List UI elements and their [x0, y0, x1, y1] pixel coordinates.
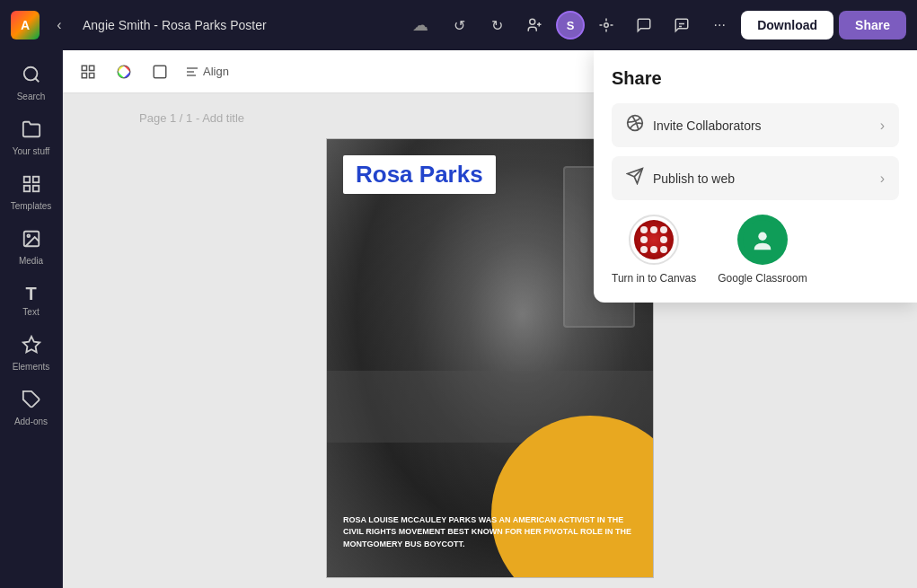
- frame-button[interactable]: [145, 57, 174, 86]
- topbar: A ‹ Angie Smith - Rosa Parks Poster ☁ ↺ …: [0, 0, 917, 50]
- svg-point-32: [758, 233, 766, 241]
- sidebar-addons-label: Add-ons: [14, 417, 48, 426]
- sidebar-search-label: Search: [17, 92, 46, 101]
- svg-line-11: [35, 78, 39, 82]
- sidebar-elements-label: Elements: [13, 362, 50, 372]
- add-title-text[interactable]: - Add title: [196, 111, 244, 125]
- elements-icon: [22, 335, 41, 359]
- svg-point-10: [23, 67, 37, 81]
- cloud-sync-icon: ☁: [412, 15, 428, 35]
- sidebar-item-media[interactable]: Media: [4, 222, 58, 273]
- sidebar-yourstuff-label: Your stuff: [13, 146, 50, 156]
- svg-marker-18: [22, 337, 39, 352]
- svg-point-17: [27, 234, 30, 237]
- poster-description: Rosa Louise McCauley Parks was an Americ…: [343, 514, 637, 551]
- gclassroom-icon-inner: [743, 220, 782, 259]
- gclassroom-app-item[interactable]: Google Classroom: [718, 215, 807, 285]
- svg-rect-13: [32, 177, 38, 182]
- svg-rect-23: [90, 73, 94, 77]
- align-label: Align: [203, 65, 229, 78]
- templates-icon: [22, 174, 41, 198]
- more-button[interactable]: ···: [703, 9, 736, 41]
- publish-to-web-option[interactable]: Publish to web ›: [612, 156, 899, 200]
- sidebar-text-label: Text: [22, 307, 39, 317]
- sidebar-item-elements[interactable]: Elements: [4, 328, 58, 379]
- invite-option-left: Invite Collaborators: [626, 114, 762, 136]
- svg-point-0: [530, 19, 535, 24]
- back-button[interactable]: ‹: [47, 13, 72, 38]
- app-logo[interactable]: A: [11, 11, 40, 39]
- svg-rect-25: [154, 66, 166, 78]
- logo-text: A: [21, 18, 30, 32]
- svg-rect-20: [82, 66, 86, 70]
- svg-rect-14: [23, 186, 29, 191]
- page-label: Page 1 / 1 - Add title: [139, 111, 244, 125]
- main-layout: Search Your stuff Templates Media T Text: [0, 50, 917, 588]
- publish-icon: [626, 167, 644, 189]
- canvas-area: Align Page 1 / 1 - Add title: [63, 50, 917, 588]
- canvas-icon: [629, 215, 679, 265]
- magic-button[interactable]: [590, 9, 622, 41]
- sidebar-item-search[interactable]: Search: [4, 57, 58, 109]
- gclassroom-icon: [737, 215, 788, 265]
- user-avatar[interactable]: S: [556, 11, 585, 39]
- sidebar-item-addons[interactable]: Add-ons: [4, 382, 58, 434]
- svg-point-3: [604, 23, 609, 28]
- undo-button[interactable]: ↺: [443, 9, 475, 41]
- publish-option-left: Publish to web: [626, 167, 735, 189]
- svg-rect-15: [32, 186, 38, 191]
- svg-rect-12: [23, 177, 29, 182]
- comment-button[interactable]: [628, 9, 660, 41]
- color-wheel-button[interactable]: [110, 57, 138, 86]
- canvas-icon-inner: [634, 220, 674, 259]
- invite-label: Invite Collaborators: [653, 118, 762, 133]
- sidebar-item-your-stuff[interactable]: Your stuff: [4, 112, 58, 163]
- invite-icon: [626, 114, 644, 136]
- gclassroom-app-label: Google Classroom: [718, 272, 807, 285]
- poster-title-text: Rosa Parks: [356, 161, 483, 188]
- sidebar: Search Your stuff Templates Media T Text: [0, 50, 63, 588]
- text-icon: T: [25, 284, 36, 304]
- share-apps-row: Turn in to Canvas Google Classroom: [612, 215, 899, 285]
- canvas-app-label: Turn in to Canvas: [612, 272, 696, 285]
- publish-arrow-icon: ›: [880, 171, 885, 187]
- document-title: Angie Smith - Rosa Parks Poster: [83, 18, 405, 32]
- share-panel-title: Share: [612, 68, 899, 89]
- sidebar-item-templates[interactable]: Templates: [4, 167, 58, 218]
- add-user-button[interactable]: [518, 9, 551, 41]
- svg-rect-21: [90, 66, 94, 70]
- topbar-actions: ↺ ↻ S ··· Download Share: [443, 9, 906, 41]
- publish-label: Publish to web: [653, 171, 735, 186]
- canvas-app-item[interactable]: Turn in to Canvas: [612, 215, 696, 285]
- invite-arrow-icon: ›: [880, 118, 885, 134]
- redo-button[interactable]: ↻: [481, 9, 513, 41]
- poster-title-box[interactable]: Rosa Parks: [343, 155, 496, 194]
- svg-rect-22: [82, 73, 86, 77]
- align-control[interactable]: Align: [185, 65, 229, 79]
- avatar-text: S: [567, 19, 575, 32]
- sidebar-templates-label: Templates: [11, 201, 52, 211]
- share-panel: Share Invite Collaborators › Publish to …: [594, 50, 917, 303]
- media-icon: [22, 229, 41, 253]
- page-number: Page 1 / 1: [139, 111, 192, 125]
- share-button[interactable]: Share: [839, 11, 906, 39]
- grid-view-button[interactable]: [74, 57, 102, 86]
- download-button[interactable]: Download: [741, 11, 833, 39]
- activity-button[interactable]: [666, 9, 698, 41]
- sidebar-media-label: Media: [19, 256, 43, 266]
- folder-icon: [22, 119, 41, 144]
- invite-collaborators-option[interactable]: Invite Collaborators ›: [612, 103, 899, 147]
- sidebar-item-text[interactable]: T Text: [4, 276, 58, 324]
- addons-icon: [22, 390, 41, 414]
- search-icon: [22, 65, 41, 89]
